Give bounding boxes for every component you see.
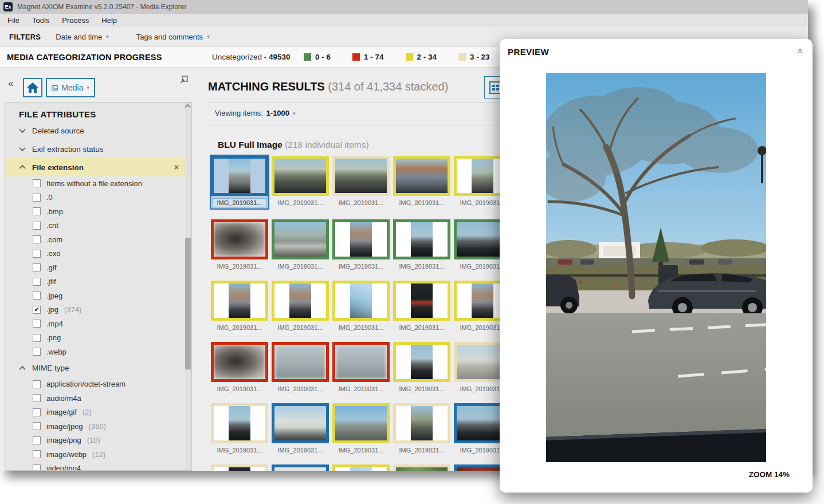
thumbnail[interactable] bbox=[332, 156, 390, 196]
checkbox[interactable] bbox=[33, 194, 41, 202]
checkbox[interactable] bbox=[33, 320, 41, 328]
viewing-items-control[interactable]: Viewing items: 1-1000 ▾ bbox=[215, 109, 296, 117]
popout-icon[interactable] bbox=[179, 74, 189, 85]
thumbnail-item[interactable]: IMG_2019031... bbox=[272, 342, 329, 392]
thumbnail[interactable] bbox=[393, 219, 450, 259]
filter-option[interactable]: image/png(10) bbox=[5, 434, 191, 448]
filter-option[interactable]: .0 bbox=[5, 191, 191, 205]
thumbnail[interactable] bbox=[393, 281, 450, 321]
filter-option[interactable]: .webp bbox=[5, 345, 191, 359]
thumbnail-item[interactable]: IMG_2019031... bbox=[211, 281, 268, 331]
thumbnail-item[interactable]: IMG_2019031... bbox=[393, 156, 450, 208]
thumbnail[interactable] bbox=[272, 464, 329, 471]
thumbnail-item[interactable]: IMG_2019031... bbox=[332, 342, 390, 392]
thumbnail-item[interactable]: IMG_2019031... bbox=[332, 156, 390, 208]
thumbnail-item[interactable]: IMG_2019031... bbox=[211, 464, 268, 471]
filter-group-deleted-source[interactable]: Deleted source bbox=[5, 121, 191, 140]
filter-dropdown[interactable]: Date and time▾ bbox=[56, 33, 108, 41]
thumbnail-item[interactable]: IMG_2019031... bbox=[332, 403, 390, 454]
filter-option[interactable]: .bmp bbox=[5, 204, 191, 219]
thumbnail[interactable] bbox=[211, 281, 268, 321]
checkbox[interactable] bbox=[33, 179, 41, 187]
thumbnail-item[interactable]: IMG_2019031... bbox=[332, 464, 390, 471]
checkbox[interactable]: ✔ bbox=[33, 306, 41, 314]
thumbnail[interactable] bbox=[272, 281, 329, 321]
thumbnail-item[interactable]: IMG_2019031... bbox=[272, 156, 329, 208]
collapse-preview-icon[interactable]: « bbox=[796, 49, 806, 54]
thumbnail-item[interactable]: IMG_2019031... bbox=[332, 219, 390, 270]
thumbnail-item[interactable]: IMG_2019031... bbox=[393, 342, 450, 392]
filter-option[interactable]: .cnt bbox=[5, 219, 191, 233]
thumbnail-item[interactable]: IMG_2019031... bbox=[393, 403, 450, 454]
thumbnail[interactable] bbox=[332, 281, 390, 321]
thumbnail[interactable] bbox=[211, 156, 268, 196]
filter-group-file-extension[interactable]: File extension× bbox=[5, 158, 191, 176]
filter-option[interactable]: video/mp4 bbox=[5, 462, 191, 471]
filter-option[interactable]: image/gif(2) bbox=[5, 405, 191, 420]
filter-option[interactable]: image/webp(12) bbox=[5, 447, 191, 462]
thumbnail[interactable] bbox=[211, 219, 268, 259]
thumbnail-item[interactable]: IMG_2019031... bbox=[272, 464, 329, 471]
thumbnail-item[interactable]: IMG_2019031... bbox=[332, 281, 390, 331]
thumbnail[interactable] bbox=[393, 464, 450, 471]
thumbnail[interactable] bbox=[332, 219, 390, 259]
thumbnail[interactable] bbox=[332, 342, 390, 382]
filter-option[interactable]: ✔.jpg(374) bbox=[5, 303, 191, 317]
checkbox[interactable] bbox=[33, 292, 41, 300]
checkbox[interactable] bbox=[33, 222, 41, 230]
checkbox[interactable] bbox=[33, 394, 41, 402]
checkbox[interactable] bbox=[33, 450, 41, 458]
thumbnail-item[interactable]: IMG_2019031... bbox=[393, 464, 450, 471]
thumbnail[interactable] bbox=[211, 464, 268, 471]
checkbox[interactable] bbox=[33, 207, 41, 215]
filter-option[interactable]: .jpeg bbox=[5, 289, 191, 303]
media-view-button[interactable]: Media ▾ bbox=[46, 78, 95, 97]
collapse-sidebar-button[interactable]: « bbox=[8, 78, 13, 89]
thumbnail[interactable] bbox=[332, 403, 390, 443]
checkbox[interactable] bbox=[33, 278, 41, 286]
filter-option[interactable]: .com bbox=[5, 233, 191, 247]
thumbnail[interactable] bbox=[393, 342, 450, 382]
checkbox[interactable] bbox=[33, 436, 41, 444]
checkbox[interactable] bbox=[33, 250, 41, 258]
checkbox[interactable] bbox=[33, 380, 41, 388]
thumbnail[interactable] bbox=[272, 219, 329, 259]
thumbnail[interactable] bbox=[211, 403, 268, 443]
thumbnail[interactable] bbox=[272, 342, 329, 382]
home-button[interactable] bbox=[23, 78, 42, 97]
checkbox[interactable] bbox=[33, 263, 41, 271]
menu-item-file[interactable]: File bbox=[1, 14, 26, 27]
close-icon[interactable]: × bbox=[174, 163, 179, 172]
thumbnail[interactable] bbox=[332, 464, 390, 471]
thumbnail[interactable] bbox=[272, 156, 329, 196]
filter-group-mime-type[interactable]: MIME type bbox=[5, 359, 191, 377]
menu-item-process[interactable]: Process bbox=[56, 14, 95, 27]
menu-item-tools[interactable]: Tools bbox=[26, 14, 56, 27]
checkbox[interactable] bbox=[33, 408, 41, 416]
thumbnail-item[interactable]: IMG_2019031... bbox=[211, 156, 268, 208]
filter-option[interactable]: audio/m4a bbox=[5, 391, 191, 405]
sidebar-scrollbar[interactable] bbox=[185, 103, 191, 470]
thumbnail-item[interactable]: IMG_2019031... bbox=[272, 281, 329, 331]
checkbox[interactable] bbox=[33, 334, 41, 342]
filter-option[interactable]: .mp4 bbox=[5, 317, 191, 331]
filter-option[interactable]: .jfif bbox=[5, 275, 191, 289]
thumbnail[interactable] bbox=[272, 403, 329, 443]
filter-option[interactable]: Items without a file extension bbox=[5, 176, 191, 191]
filter-group-exif-extraction-status[interactable]: Exif extraction status bbox=[5, 140, 191, 158]
thumbnail[interactable] bbox=[393, 156, 450, 196]
filter-option[interactable]: image/jpeg(350) bbox=[5, 419, 191, 434]
thumbnail-item[interactable]: IMG_2019031... bbox=[272, 403, 329, 454]
filter-option[interactable]: .gif bbox=[5, 261, 191, 275]
thumbnail-item[interactable]: IMG_2019031... bbox=[211, 403, 268, 454]
thumbnail[interactable] bbox=[393, 403, 450, 443]
thumbnail-item[interactable]: IMG_2019031... bbox=[272, 219, 329, 270]
checkbox[interactable] bbox=[33, 422, 41, 430]
checkbox[interactable] bbox=[33, 348, 41, 356]
thumbnail-item[interactable]: IMG_2019031... bbox=[211, 342, 268, 392]
thumbnail[interactable] bbox=[211, 342, 268, 382]
filter-option[interactable]: .exo bbox=[5, 247, 191, 261]
checkbox[interactable] bbox=[33, 235, 41, 243]
filter-dropdown[interactable]: Tags and comments▾ bbox=[136, 33, 210, 41]
thumbnail-item[interactable]: IMG_2019031... bbox=[393, 281, 450, 331]
